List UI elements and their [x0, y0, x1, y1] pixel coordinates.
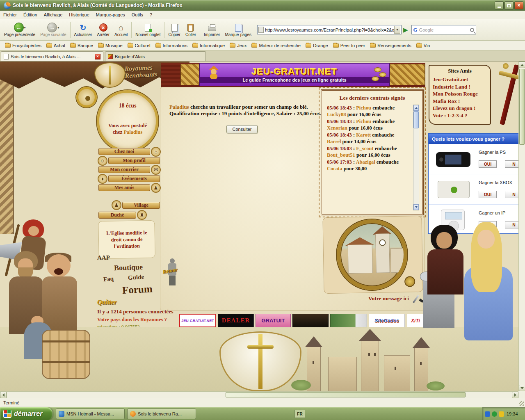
- scroll-down-icon[interactable]: [413, 204, 419, 210]
- scroll-up-icon[interactable]: [413, 105, 419, 111]
- tray-icon[interactable]: [492, 411, 497, 417]
- tab-close-icon[interactable]: ×: [95, 54, 100, 59]
- message-ad-slot[interactable]: Votre message ici: [368, 295, 409, 302]
- partner-site-link[interactable]: Elevez un dragon !: [433, 105, 487, 112]
- print-button[interactable]: Imprimer: [201, 21, 222, 39]
- boutique-link[interactable]: Boutique: [114, 263, 143, 272]
- bookmark-folder[interactable]: Jeux: [227, 42, 249, 49]
- minimize-button[interactable]: [495, 1, 504, 9]
- maximize-button[interactable]: [504, 1, 514, 9]
- game-menu-item[interactable]: Mes amis ♟: [98, 184, 161, 192]
- village-picture[interactable]: [322, 216, 423, 294]
- faq-link[interactable]: Faq: [103, 275, 114, 283]
- scroll-thumb[interactable]: [519, 69, 525, 145]
- ad-banner[interactable]: [330, 314, 367, 327]
- bookmark-folder[interactable]: Moteur de recherche: [249, 42, 303, 49]
- home-button[interactable]: ⌂ Accueil: [112, 21, 130, 39]
- ad-sitegados[interactable]: SiteGados: [369, 314, 405, 327]
- ad-banner[interactable]: [292, 314, 329, 327]
- copy-button[interactable]: Copier: [166, 21, 183, 39]
- oui-button[interactable]: OUI: [479, 191, 497, 198]
- ad-jeu-gratuit[interactable]: JEU-GRATUIT.NET: [179, 314, 216, 327]
- tray-icon[interactable]: [499, 411, 504, 417]
- menu-item[interactable]: Outils: [128, 11, 146, 18]
- jeu-gratuit-banner[interactable]: JEU-GRATUIT.NET Le guide Francophone des…: [199, 63, 390, 86]
- employee-link[interactable]: Bout_bout51: [327, 152, 355, 158]
- employer-link[interactable]: Paladius: [123, 129, 142, 135]
- stop-button[interactable]: × Arrêter: [94, 21, 112, 39]
- employer-link[interactable]: Pichou: [356, 119, 371, 124]
- forum-link[interactable]: Forum: [122, 283, 153, 296]
- bookmark-folder[interactable]: Informatique: [190, 42, 227, 49]
- non-button[interactable]: N: [505, 160, 518, 168]
- game-menu-item[interactable]: Mon courrier ✉: [98, 166, 161, 173]
- partner-site-link[interactable]: Jeu-Gratuit.net: [433, 76, 487, 83]
- search-input[interactable]: Google: [419, 27, 470, 32]
- bookmark-folder[interactable]: Vin: [414, 42, 433, 49]
- nav-village[interactable]: Village ♟: [98, 200, 161, 210]
- non-button[interactable]: N: [505, 191, 518, 198]
- reload-button[interactable]: ↻ Actualiser: [72, 21, 95, 39]
- vertical-scrollbar[interactable]: [518, 62, 525, 391]
- scroll-down-icon[interactable]: [519, 385, 525, 391]
- back-button[interactable]: ←▾ Page précédente: [2, 21, 38, 39]
- bookmark-folder[interactable]: Achat: [44, 42, 68, 49]
- url-dropdown[interactable]: ▾: [394, 26, 400, 34]
- scroll-thumb[interactable]: [226, 392, 466, 397]
- new-tab-button[interactable]: Nouvel onglet: [133, 21, 163, 39]
- consulter-button[interactable]: Consulter: [226, 125, 258, 133]
- employer-link[interactable]: Paladius: [169, 104, 189, 110]
- tray-icon[interactable]: [485, 411, 490, 417]
- menu-item[interactable]: Marque-pages: [93, 11, 128, 18]
- taskbar-item-firefox[interactable]: Sois le bienvenu Ra...: [127, 409, 196, 419]
- nav-duche[interactable]: Duché ♜: [98, 210, 161, 220]
- guide-link[interactable]: Guide: [128, 274, 144, 282]
- bookmark-folder[interactable]: Peer to peer: [331, 42, 368, 49]
- forward-button[interactable]: →▾ Page suivante: [38, 21, 68, 39]
- quitter-link[interactable]: Quitter: [97, 299, 116, 306]
- contracts-scrollbar[interactable]: [413, 105, 419, 210]
- game-menu-item[interactable]: Chez moi ⌂: [98, 148, 161, 155]
- bookmark-folder[interactable]: Musique: [96, 42, 125, 49]
- employer-link[interactable]: Abazigal: [356, 159, 375, 165]
- language-indicator[interactable]: FR: [294, 410, 305, 418]
- ad-dealer[interactable]: DEALER: [218, 314, 254, 327]
- url-input[interactable]: [265, 27, 394, 32]
- bookmark-folder[interactable]: Encyclopédies: [2, 42, 44, 49]
- partner-site-link[interactable]: Mon Poisson Rouge: [433, 90, 487, 98]
- scroll-left-icon[interactable]: [0, 392, 7, 398]
- partner-site-link[interactable]: Vote : 1-2-3-4 ?: [433, 112, 487, 119]
- oui-button[interactable]: OUI: [479, 160, 497, 168]
- menu-item[interactable]: Édition: [20, 11, 41, 18]
- go-button[interactable]: ▶: [403, 26, 408, 34]
- start-button[interactable]: démarrer: [0, 407, 52, 420]
- tab-active[interactable]: Sois le bienvenu Ravlich, à Alais ... ×: [1, 51, 103, 61]
- employee-link[interactable]: Cocata: [327, 166, 342, 171]
- scroll-thumb[interactable]: [413, 111, 419, 128]
- employee-link[interactable]: Xenorian: [327, 125, 347, 131]
- bookmark-folder[interactable]: Orange: [303, 42, 331, 49]
- partner-site-link[interactable]: Mafia Rox !: [433, 98, 487, 105]
- employee-link[interactable]: Barrel: [327, 139, 341, 144]
- game-menu-item[interactable]: Mon profil ☺: [98, 157, 161, 164]
- menu-item[interactable]: Affichage: [41, 11, 66, 18]
- menu-item[interactable]: Historique: [66, 11, 93, 18]
- resize-grip[interactable]: [519, 401, 524, 406]
- employer-link[interactable]: Pichou: [356, 105, 371, 111]
- employee-link[interactable]: Lucky88: [327, 112, 346, 117]
- close-button[interactable]: ×: [514, 1, 523, 9]
- search-icon[interactable]: [470, 28, 474, 32]
- menu-item[interactable]: Fichier: [0, 11, 20, 18]
- search-box[interactable]: G Google: [411, 25, 476, 34]
- bookmark-folder[interactable]: Informations: [153, 42, 190, 49]
- scroll-right-icon[interactable]: [512, 392, 518, 398]
- retour-link[interactable]: Retour: [163, 258, 183, 287]
- ad-gratuit[interactable]: GRATUIT: [256, 314, 291, 327]
- employer-link[interactable]: Karott: [356, 132, 371, 138]
- bookmarks-button[interactable]: Marque-pages: [222, 21, 253, 39]
- game-menu-item[interactable]: Événements ♦: [98, 175, 161, 183]
- horizontal-scrollbar[interactable]: [0, 391, 518, 398]
- bookmark-folder[interactable]: Culturel: [125, 42, 153, 49]
- scroll-up-icon[interactable]: [519, 62, 525, 68]
- taskbar-item-msn[interactable]: MSN Hotmail - Messa...: [56, 409, 125, 419]
